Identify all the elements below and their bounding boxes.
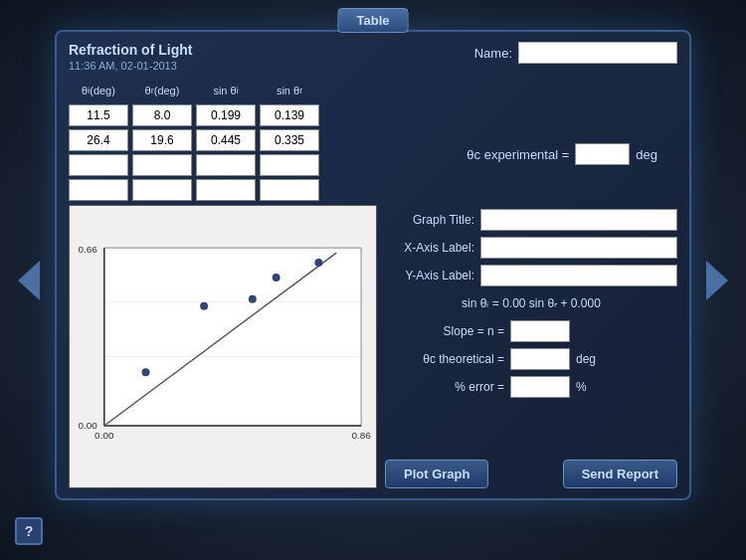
svg-point-13 [273,274,280,281]
cell-sin-i-3[interactable] [196,179,256,201]
col-header-theta-r: θr (deg) [132,80,192,101]
cell-theta-r-2[interactable] [132,154,192,176]
graph-title-label: Graph Title: [385,213,474,227]
theta-c-theo-unit: deg [576,352,596,366]
theta-c-exp-unit: deg [636,147,657,162]
col-theta-r: θr (deg) 8.0 19.6 [132,80,192,201]
theta-c-theo-label: θc theoretical = [385,352,504,366]
cell-sin-r-1: 0.335 [260,129,319,151]
col-header-sin-r: sin θr [260,80,319,101]
send-report-button[interactable]: Send Report [563,460,677,488]
x-axis-label: X-Axis Label: [385,241,474,255]
percent-error-row: % error = % [385,376,677,398]
percent-error-label: % error = [385,380,504,394]
theta-c-theo-input[interactable] [510,348,570,370]
y-axis-input[interactable] [480,265,677,286]
graph-title-input[interactable] [480,209,677,231]
cell-sin-r-2[interactable] [260,154,319,176]
cell-sin-i-1: 0.445 [196,129,256,151]
cell-theta-r-0: 8.0 [132,104,192,126]
theta-c-exp-input[interactable] [575,143,630,165]
cell-sin-r-3[interactable] [260,179,319,201]
graph-title-row: Graph Title: [385,209,677,231]
theta-c-exp-label: θc experimental = [466,147,569,162]
main-panel: Refraction of Light 11:36 AM, 02-01-2013… [55,30,691,500]
cell-theta-r-3[interactable] [132,179,192,201]
col-header-theta-i: θi (deg) [69,80,128,101]
right-panel: Graph Title: X-Axis Label: Y-Axis Label:… [385,205,677,488]
name-row: Name: [474,42,677,64]
slope-input[interactable] [510,320,570,342]
app-subtitle: 11:36 AM, 02-01-2013 [69,60,192,72]
svg-point-10 [142,368,150,376]
cell-theta-i-0: 11.5 [69,104,128,126]
app-title: Refraction of Light [69,42,192,58]
y-axis-row: Y-Axis Label: [385,265,677,286]
table-tab[interactable]: Table [338,8,409,33]
plot-graph-button[interactable]: Plot Graph [385,460,488,488]
col-sin-theta-r: sin θr 0.139 0.335 [260,80,319,201]
data-table: θi (deg) 11.5 26.4 θr (deg) 8.0 19.6 sin… [69,80,319,201]
cell-sin-r-0: 0.139 [260,104,319,126]
right-arrow[interactable] [706,261,728,300]
svg-text:0.86: 0.86 [351,430,371,441]
slope-label: Slope = n = [385,324,504,338]
theta-c-theo-row: θc theoretical = deg [385,348,677,370]
graph-svg: 0.00 0.66 0.00 0.86 [70,206,376,487]
svg-text:0.66: 0.66 [79,244,98,255]
left-arrow[interactable] [18,261,40,300]
header-row: Refraction of Light 11:36 AM, 02-01-2013… [69,42,677,72]
name-input[interactable] [518,42,677,64]
help-button[interactable]: ? [15,517,43,545]
cell-theta-i-2[interactable] [69,154,128,176]
cell-sin-i-0: 0.199 [196,104,256,126]
app-title-block: Refraction of Light 11:36 AM, 02-01-2013 [69,42,192,72]
col-sin-theta-i: sin θi 0.199 0.445 [196,80,256,201]
percent-error-input[interactable] [510,376,570,398]
cell-theta-i-1: 26.4 [69,129,128,151]
x-axis-input[interactable] [480,237,677,259]
col-header-sin-i: sin θi [196,80,256,101]
svg-rect-0 [104,248,361,426]
svg-point-11 [200,302,208,310]
x-axis-row: X-Axis Label: [385,237,677,259]
col-theta-i: θi (deg) 11.5 26.4 [69,80,128,201]
y-axis-label: Y-Axis Label: [385,269,474,282]
cell-theta-r-1: 19.6 [132,129,192,151]
svg-point-12 [249,295,257,303]
cell-sin-i-2[interactable] [196,154,256,176]
equation-text: sin θᵢ = 0.00 sin θᵣ + 0.000 [385,296,677,310]
theta-c-exp-row: θc experimental = deg [466,143,667,165]
svg-text:0.00: 0.00 [94,430,114,441]
graph-container: 0.00 0.66 0.00 0.86 [69,205,377,488]
svg-point-14 [314,259,322,267]
slope-row: Slope = n = [385,320,677,342]
button-row: Plot Graph Send Report [385,452,677,488]
content-area: 0.00 0.66 0.00 0.86 [69,205,677,488]
cell-theta-i-3[interactable] [69,179,128,201]
name-label: Name: [474,46,512,61]
percent-error-unit: % [576,380,587,394]
